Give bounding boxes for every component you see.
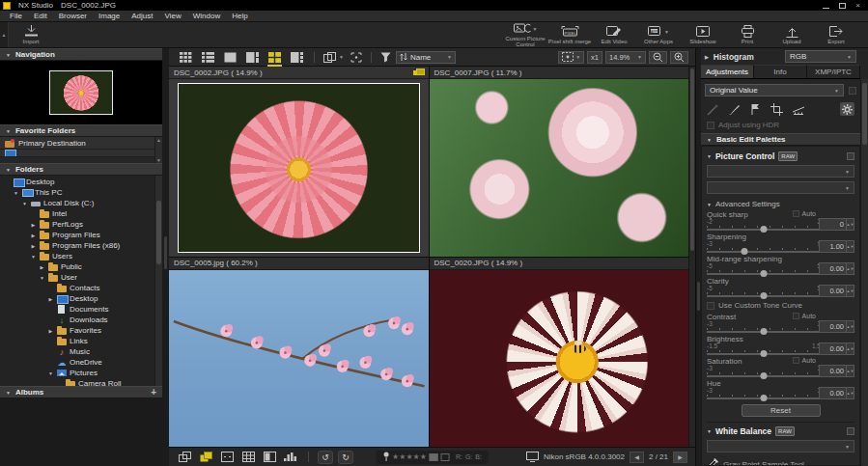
label-chip-icon[interactable] bbox=[430, 453, 438, 461]
previous-image-button[interactable]: ◀ bbox=[630, 452, 644, 463]
tree-item-favorites[interactable]: ▶ Favorites bbox=[0, 325, 162, 336]
navigation-thumbnail[interactable] bbox=[49, 70, 113, 115]
color-control-point-icon[interactable] bbox=[749, 103, 762, 116]
auto-checkbox[interactable] bbox=[793, 357, 799, 364]
tree-item-program-files[interactable]: ▶ Program Files bbox=[0, 230, 162, 240]
maximize-icon[interactable] bbox=[839, 3, 846, 9]
tree-item-links[interactable]: Links bbox=[0, 336, 162, 346]
image-cell[interactable]: DSC_0020.JPG ( 14.9% ) bbox=[430, 258, 689, 448]
star-rating-icon[interactable]: ★ bbox=[420, 452, 427, 461]
navigation-header[interactable]: ▼ Navigation bbox=[0, 48, 162, 61]
zoom-1to1-button[interactable]: x1 bbox=[587, 51, 602, 64]
image-cell[interactable]: DSC_0007.JPG ( 11.7% ) bbox=[430, 67, 689, 257]
gray-point-tool[interactable]: Gray Point Sample Tool bbox=[707, 455, 854, 466]
hdr-checkbox[interactable] bbox=[707, 122, 714, 129]
tree-item-program-files-x86-[interactable]: ▶ Program Files (x86) bbox=[0, 240, 162, 251]
spinner-icon[interactable]: ▲▼ bbox=[846, 366, 854, 376]
menu-help[interactable]: Help bbox=[226, 12, 253, 20]
image-cell[interactable]: DSC_0002.JPG ( 14.9% ) bbox=[169, 67, 429, 257]
expander-icon[interactable]: ▶ bbox=[30, 222, 37, 228]
favorites-scrollbar[interactable]: ▲▼ bbox=[154, 137, 162, 163]
tree-item-music[interactable]: ♪ Music bbox=[0, 346, 162, 357]
slider-value[interactable]: 0.00▲▼ bbox=[819, 343, 854, 355]
slider-track[interactable] bbox=[707, 273, 821, 275]
slider-track[interactable] bbox=[707, 331, 821, 333]
image-thumbnail[interactable] bbox=[169, 79, 429, 257]
zoom-in-button[interactable] bbox=[670, 51, 688, 64]
white-balance-header[interactable]: ▼ White Balance RAW bbox=[707, 425, 854, 439]
pixel-shift-merge-button[interactable]: PIXEL Pixel shift merge bbox=[547, 22, 592, 47]
add-album-icon[interactable]: + bbox=[151, 388, 156, 397]
sidebar-splitter[interactable] bbox=[162, 48, 169, 466]
tree-item-downloads[interactable]: ↓ Downloads bbox=[0, 315, 162, 325]
preset-checkbox[interactable] bbox=[849, 87, 856, 95]
expander-icon[interactable]: ▶ bbox=[39, 264, 45, 270]
picture-control-checkbox[interactable] bbox=[847, 152, 854, 160]
chevron-right-icon[interactable]: ▶ bbox=[705, 54, 709, 60]
photo-dahlia[interactable] bbox=[178, 83, 420, 253]
menu-adjust[interactable]: Adjust bbox=[126, 12, 158, 20]
white-balance-dropdown[interactable]: ▼ bbox=[707, 440, 854, 452]
grid-scrollbar[interactable] bbox=[688, 67, 695, 447]
spinner-icon[interactable]: ▲▼ bbox=[846, 286, 854, 296]
straighten-icon[interactable] bbox=[792, 104, 805, 115]
view-mode-thumbnail-grid[interactable] bbox=[176, 50, 196, 65]
expander-icon[interactable]: ▼ bbox=[47, 370, 54, 376]
expander-icon[interactable]: ▼ bbox=[21, 201, 28, 206]
slider-handle[interactable] bbox=[761, 395, 768, 401]
panel-scrollbar[interactable] bbox=[860, 79, 868, 466]
expander-icon[interactable]: ▶ bbox=[47, 328, 54, 334]
slider-handle[interactable] bbox=[761, 292, 768, 299]
expander-icon[interactable]: ▶ bbox=[30, 243, 37, 249]
preset-dropdown[interactable]: Original Value ▼ bbox=[705, 84, 844, 96]
slideshow-button[interactable]: Slideshow bbox=[681, 22, 725, 47]
slider-handle[interactable] bbox=[761, 270, 768, 277]
close-icon[interactable]: × bbox=[855, 3, 860, 9]
view-mode-filmstrip[interactable] bbox=[287, 50, 307, 65]
tree-item-intel[interactable]: Intel bbox=[0, 208, 162, 219]
reset-button[interactable]: Reset bbox=[742, 404, 821, 417]
one-up-view-icon[interactable] bbox=[219, 451, 236, 464]
split-view-icon[interactable] bbox=[262, 451, 278, 464]
albums-header[interactable]: ▼ Albums + bbox=[0, 386, 162, 398]
advanced-settings-header[interactable]: ▼ Advanced Settings bbox=[707, 197, 854, 210]
slider-value[interactable]: 1.00▲▼ bbox=[819, 240, 854, 253]
edit-video-button[interactable]: Edit Video bbox=[592, 22, 636, 47]
channel-dropdown[interactable]: RGB ▼ bbox=[785, 50, 856, 63]
white-balance-checkbox[interactable] bbox=[847, 427, 854, 435]
tree-item-contacts[interactable]: Contacts bbox=[0, 283, 162, 293]
menu-image[interactable]: Image bbox=[93, 12, 126, 20]
picture-control-header[interactable]: ▼ Picture Control RAW bbox=[707, 150, 854, 164]
slider-value[interactable]: 0.00▲▼ bbox=[819, 387, 854, 399]
tree-item-user[interactable]: ▼ User bbox=[0, 272, 162, 283]
star-rating-icon[interactable]: ★ bbox=[413, 452, 420, 461]
fullscreen-button[interactable] bbox=[349, 52, 364, 63]
image-thumbnail[interactable] bbox=[169, 270, 429, 448]
view-mode-image-viewer[interactable] bbox=[220, 50, 240, 65]
tree-item-perflogs[interactable]: ▶ PerfLogs bbox=[0, 219, 162, 230]
image-thumbnail[interactable] bbox=[430, 79, 689, 257]
slider-track[interactable] bbox=[707, 375, 821, 377]
slider-handle[interactable] bbox=[761, 328, 768, 335]
image-thumbnail[interactable] bbox=[430, 270, 689, 448]
tree-item-users[interactable]: ▼ Users bbox=[0, 251, 162, 261]
slider-track[interactable] bbox=[707, 295, 821, 297]
slider-track[interactable] bbox=[707, 251, 821, 253]
show-folders-icon[interactable] bbox=[177, 451, 193, 464]
label-chip2-icon[interactable] bbox=[441, 453, 450, 461]
minimize-icon[interactable] bbox=[823, 3, 829, 9]
tab-info[interactable]: Info bbox=[754, 65, 807, 78]
panel-splitter[interactable] bbox=[696, 48, 701, 466]
slider-handle[interactable] bbox=[761, 350, 768, 357]
tree-item-pictures[interactable]: ▼ Pictures bbox=[0, 368, 162, 378]
image-cell[interactable]: DSC_0005.jpg ( 60.2% ) bbox=[169, 258, 429, 448]
spinner-icon[interactable]: ▲▼ bbox=[846, 388, 854, 398]
expander-icon[interactable]: ▶ bbox=[30, 233, 37, 238]
expander-icon[interactable]: ▼ bbox=[13, 190, 19, 196]
favorite-item[interactable]: Primary Destination bbox=[0, 137, 162, 150]
import-button[interactable]: Import bbox=[9, 22, 53, 47]
thumbnail-table-icon[interactable] bbox=[240, 451, 257, 464]
tree-item-local-disk-c-[interactable]: ▼ Local Disk (C:) bbox=[0, 198, 162, 208]
tree-item-public[interactable]: ▶ Public bbox=[0, 261, 162, 272]
slider-value[interactable]: 0.00▲▼ bbox=[819, 320, 854, 333]
